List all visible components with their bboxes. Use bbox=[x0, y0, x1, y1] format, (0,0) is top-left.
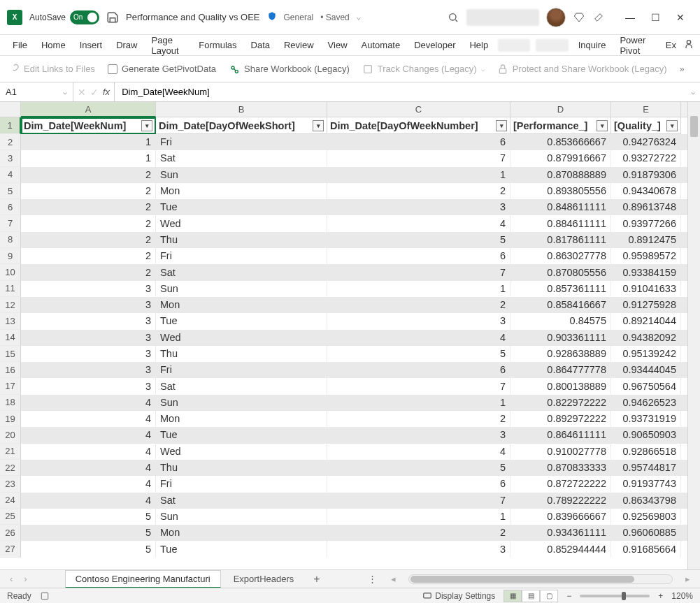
cell-C13[interactable]: 3 bbox=[327, 313, 510, 329]
row-header-8[interactable]: 8 bbox=[0, 232, 21, 248]
cell-C4[interactable]: 1 bbox=[327, 167, 510, 183]
name-box-dropdown-icon[interactable]: ⌵ bbox=[63, 88, 67, 96]
cell-A8[interactable]: 2 bbox=[21, 232, 156, 248]
cell-A27[interactable]: 5 bbox=[21, 541, 156, 557]
cell-B3[interactable]: Sat bbox=[156, 150, 327, 166]
cell-A5[interactable]: 2 bbox=[21, 183, 156, 199]
column-header-A[interactable]: A bbox=[21, 102, 156, 117]
cell-C7[interactable]: 4 bbox=[327, 215, 510, 231]
wand-icon[interactable] bbox=[592, 11, 605, 24]
autosave-toggle[interactable]: AutoSave On bbox=[29, 10, 99, 24]
filter-button-B[interactable]: ▾ bbox=[313, 120, 324, 131]
column-header-C[interactable]: C bbox=[327, 102, 510, 117]
cell-E23[interactable]: 0.91937743 bbox=[611, 476, 681, 492]
cell-E16[interactable]: 0.93444045 bbox=[611, 362, 681, 378]
cell-C27[interactable]: 3 bbox=[327, 541, 510, 557]
sheet-menu-icon[interactable]: ⋮ bbox=[361, 574, 384, 584]
diamond-icon[interactable] bbox=[573, 11, 585, 24]
cell-B17[interactable]: Sat bbox=[156, 378, 327, 394]
cell-E13[interactable]: 0.89214044 bbox=[611, 313, 681, 329]
display-settings-button[interactable]: Display Settings bbox=[422, 591, 495, 601]
cell-D15[interactable]: 0.928638889 bbox=[510, 346, 611, 362]
cell-E17[interactable]: 0.96750564 bbox=[611, 378, 681, 394]
cell-A25[interactable]: 5 bbox=[21, 509, 156, 525]
row-header-13[interactable]: 13 bbox=[0, 313, 21, 329]
cell-B27[interactable]: Tue bbox=[156, 541, 327, 557]
hscroll-left-icon[interactable]: ◂ bbox=[387, 574, 400, 584]
cell-C16[interactable]: 6 bbox=[327, 362, 510, 378]
row-header-22[interactable]: 22 bbox=[0, 460, 21, 476]
cell-B5[interactable]: Mon bbox=[156, 183, 327, 199]
generate-pivot-checkbox[interactable]: Generate GetPivotData bbox=[108, 64, 216, 74]
tab-blurred-2[interactable] bbox=[536, 39, 568, 52]
cell-A17[interactable]: 3 bbox=[21, 378, 156, 394]
zoom-slider[interactable] bbox=[580, 595, 650, 597]
row-header-14[interactable]: 14 bbox=[0, 330, 21, 346]
cell-A12[interactable]: 3 bbox=[21, 297, 156, 313]
user-avatar[interactable] bbox=[546, 8, 566, 27]
cell-D19[interactable]: 0.892972222 bbox=[510, 411, 611, 427]
cell-B22[interactable]: Thu bbox=[156, 460, 327, 476]
vertical-scrollbar[interactable] bbox=[687, 102, 700, 572]
table-header-B[interactable]: Dim_Date[DayOfWeekShort]▾ bbox=[156, 117, 327, 134]
cell-A2[interactable]: 1 bbox=[21, 134, 156, 150]
tab-page-layout[interactable]: Page Layout bbox=[145, 31, 192, 59]
cell-D4[interactable]: 0.870888889 bbox=[510, 167, 611, 183]
cell-C17[interactable]: 7 bbox=[327, 378, 510, 394]
row-header-9[interactable]: 9 bbox=[0, 248, 21, 264]
cell-B12[interactable]: Mon bbox=[156, 297, 327, 313]
cell-E12[interactable]: 0.91275928 bbox=[611, 297, 681, 313]
tab-home[interactable]: Home bbox=[34, 36, 73, 54]
cell-E3[interactable]: 0.93272722 bbox=[611, 150, 681, 166]
table-header-D[interactable]: [Performance_]▾ bbox=[510, 117, 611, 134]
cell-E11[interactable]: 0.91041633 bbox=[611, 281, 681, 297]
tab-power-pivot[interactable]: Power Pivot bbox=[613, 31, 658, 59]
cell-B16[interactable]: Fri bbox=[156, 362, 327, 378]
horizontal-scrollbar[interactable] bbox=[408, 574, 673, 584]
cell-E10[interactable]: 0.93384159 bbox=[611, 264, 681, 280]
column-header-E[interactable]: E bbox=[611, 102, 681, 117]
row-header-18[interactable]: 18 bbox=[0, 395, 21, 411]
cell-E21[interactable]: 0.92866518 bbox=[611, 444, 681, 460]
close-button[interactable]: ✕ bbox=[668, 7, 693, 28]
cell-E14[interactable]: 0.94382092 bbox=[611, 330, 681, 346]
cell-B8[interactable]: Thu bbox=[156, 232, 327, 248]
cell-C26[interactable]: 2 bbox=[327, 525, 510, 541]
cell-D17[interactable]: 0.800138889 bbox=[510, 378, 611, 394]
tab-insert[interactable]: Insert bbox=[73, 36, 110, 54]
cell-C9[interactable]: 6 bbox=[327, 248, 510, 264]
cell-C14[interactable]: 4 bbox=[327, 330, 510, 346]
tab-formulas[interactable]: Formulas bbox=[192, 36, 243, 54]
cell-C3[interactable]: 7 bbox=[327, 150, 510, 166]
cell-A6[interactable]: 2 bbox=[21, 199, 156, 215]
cell-A4[interactable]: 2 bbox=[21, 167, 156, 183]
toolbar-overflow-icon[interactable]: » bbox=[680, 64, 685, 74]
sheet-nav-prev-icon[interactable]: ‹ bbox=[6, 574, 17, 584]
cell-D8[interactable]: 0.817861111 bbox=[510, 232, 611, 248]
cell-E22[interactable]: 0.95744817 bbox=[611, 460, 681, 476]
cell-B24[interactable]: Sat bbox=[156, 493, 327, 509]
cell-A11[interactable]: 3 bbox=[21, 281, 156, 297]
sheet-nav-next-icon[interactable]: › bbox=[20, 574, 31, 584]
row-header-5[interactable]: 5 bbox=[0, 183, 21, 199]
name-box[interactable]: A1 ⌵ bbox=[0, 82, 73, 101]
tab-blurred-1[interactable] bbox=[498, 39, 530, 52]
fx-icon[interactable]: fx bbox=[103, 87, 110, 97]
cell-A22[interactable]: 4 bbox=[21, 460, 156, 476]
cell-A26[interactable]: 5 bbox=[21, 525, 156, 541]
cell-E8[interactable]: 0.8912475 bbox=[611, 232, 681, 248]
table-header-A[interactable]: Dim_Date[WeekNum]▾ bbox=[21, 117, 156, 134]
cell-C5[interactable]: 2 bbox=[327, 183, 510, 199]
cell-B4[interactable]: Sun bbox=[156, 167, 327, 183]
filter-button-C[interactable]: ▾ bbox=[496, 120, 507, 131]
cell-D9[interactable]: 0.863027778 bbox=[510, 248, 611, 264]
search-icon[interactable] bbox=[447, 11, 459, 24]
cell-B18[interactable]: Sun bbox=[156, 395, 327, 411]
cell-D16[interactable]: 0.864777778 bbox=[510, 362, 611, 378]
zoom-out-button[interactable]: − bbox=[566, 591, 571, 601]
row-header-12[interactable]: 12 bbox=[0, 297, 21, 313]
cell-A19[interactable]: 4 bbox=[21, 411, 156, 427]
cell-E6[interactable]: 0.89613748 bbox=[611, 199, 681, 215]
cell-C12[interactable]: 2 bbox=[327, 297, 510, 313]
cell-E20[interactable]: 0.90650903 bbox=[611, 427, 681, 443]
